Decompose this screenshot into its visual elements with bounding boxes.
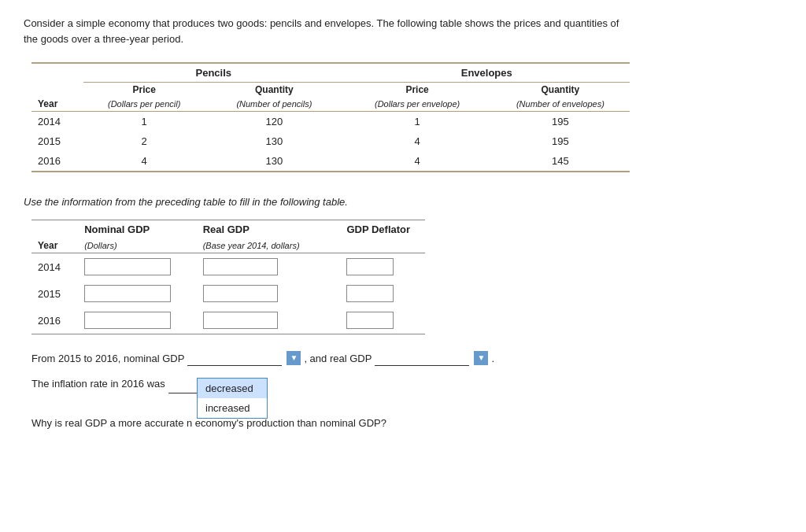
- pencil-price-cell: 2: [83, 131, 205, 151]
- table1-row: 2015 2 130 4 195: [31, 131, 630, 151]
- table2-row: 2014: [31, 253, 425, 281]
- env-qty-header: Quantity: [491, 83, 630, 98]
- pencil-qty-cell: 130: [205, 131, 343, 151]
- env-price-cell: 4: [343, 131, 490, 151]
- pencil-qty-cell: 130: [205, 151, 343, 172]
- gdp-year-cell: 2014: [31, 253, 78, 281]
- table2-row: 2016: [31, 307, 425, 334]
- prices-quantities-table: Pencils Envelopes Price Quantity Price Q…: [31, 62, 630, 172]
- env-qty-cell: 195: [491, 112, 630, 132]
- nominal-dropdown-underline: [187, 350, 282, 366]
- why-text-content: Why is real GDP a more accurate: [31, 417, 183, 429]
- sentence1-prefix: From 2015 to 2016, nominal GDP: [31, 353, 184, 364]
- nominal-sub: (Dollars): [78, 238, 197, 253]
- real-input[interactable]: [203, 312, 278, 329]
- deflator-input[interactable]: [346, 285, 394, 302]
- real-gdp-header: Real GDP: [197, 220, 341, 238]
- subheader-label-row: Year (Dollars per pencil) (Number of pen…: [31, 97, 630, 112]
- env-qty-cell: 145: [491, 151, 630, 172]
- real-input-cell: [197, 280, 341, 307]
- sentence1-end: .: [491, 353, 494, 364]
- real-input[interactable]: [203, 285, 278, 302]
- why-text: Why is real GDP a more accurate n econom…: [31, 417, 782, 429]
- real-input[interactable]: [203, 258, 278, 275]
- pencil-price-label: (Dollars per pencil): [83, 97, 205, 112]
- inflation-row: The inflation rate in 2016 was decreased…: [31, 378, 782, 393]
- instruction-text: Use the information from the preceding t…: [24, 196, 782, 208]
- pencil-qty-label: (Number of pencils): [205, 97, 343, 112]
- data-table-container: Pencils Envelopes Price Quantity Price Q…: [24, 62, 782, 172]
- pencil-price-header: Price: [83, 83, 205, 98]
- year-column-header: Year: [31, 97, 83, 112]
- nominal-gdp-header: Nominal GDP: [78, 220, 197, 238]
- real-input-cell: [197, 307, 341, 334]
- gdp-table: Nominal GDP Real GDP GDP Deflator Year (…: [31, 220, 425, 334]
- pencil-price-cell: 4: [83, 151, 205, 172]
- year-cell: 2015: [31, 131, 83, 151]
- gdp-subheader-row: Year (Dollars) (Base year 2014, dollars): [31, 238, 425, 253]
- nominal-input-cell: [78, 307, 197, 334]
- deflator-input-cell: [340, 280, 425, 307]
- gdp-header-row: Nominal GDP Real GDP GDP Deflator: [31, 220, 425, 238]
- real-input-cell: [197, 253, 341, 281]
- dropdown-option-increased[interactable]: increased: [198, 398, 267, 418]
- pencil-qty-header: Quantity: [205, 83, 343, 98]
- pencils-category: Pencils: [83, 64, 343, 83]
- envelopes-category: Envelopes: [343, 64, 630, 83]
- real-sub: (Base year 2014, dollars): [197, 238, 341, 253]
- table1-row: 2016 4 130 4 145: [31, 151, 630, 172]
- deflator-header: GDP Deflator: [340, 220, 425, 238]
- nominal-input-cell: [78, 253, 197, 281]
- env-qty-cell: 195: [491, 131, 630, 151]
- deflator-input-cell: [340, 307, 425, 334]
- nominal-input[interactable]: [84, 285, 171, 302]
- env-price-cell: 4: [343, 151, 490, 172]
- deflator-input[interactable]: [346, 258, 394, 275]
- intro-paragraph: Consider a simple economy that produces …: [24, 16, 622, 46]
- pencil-qty-cell: 120: [205, 112, 343, 132]
- table2-body: 2014 2015 2016: [31, 253, 425, 334]
- gdp-year-header: Year: [31, 238, 78, 253]
- env-qty-label: (Number of envelopes): [491, 97, 630, 112]
- gdp-year-cell: 2015: [31, 280, 78, 307]
- dropdown-option-decreased[interactable]: decreased: [198, 379, 267, 398]
- real-dropdown-underline: [375, 350, 469, 366]
- deflator-input[interactable]: [346, 312, 394, 329]
- year-cell: 2014: [31, 112, 83, 132]
- inflation-prefix: The inflation rate in 2016 was: [31, 378, 165, 390]
- env-price-header: Price: [343, 83, 490, 98]
- why-text-continuation: n economy's production than nominal GDP?: [187, 417, 386, 429]
- table2-row: 2015: [31, 280, 425, 307]
- env-price-cell: 1: [343, 112, 490, 132]
- table1-body: 2014 1 120 1 195 2015 2 130 4 195 2016 4…: [31, 112, 630, 172]
- nominal-input[interactable]: [84, 258, 171, 275]
- nominal-gdp-sentence: From 2015 to 2016, nominal GDP ▼ , and r…: [31, 350, 782, 366]
- nominal-input-cell: [78, 280, 197, 307]
- year-cell: 2016: [31, 151, 83, 172]
- pencil-price-cell: 1: [83, 112, 205, 132]
- table1-row: 2014 1 120 1 195: [31, 112, 630, 132]
- category-header-row: Pencils Envelopes: [31, 64, 630, 83]
- nominal-dropdown-arrow[interactable]: ▼: [287, 351, 301, 365]
- real-dropdown-arrow[interactable]: ▼: [474, 351, 488, 365]
- inflation-dropdown-menu[interactable]: decreased increased: [197, 378, 268, 419]
- gdp-year-cell: 2016: [31, 307, 78, 334]
- nominal-input[interactable]: [84, 312, 171, 329]
- sentence1-suffix: , and real GDP: [304, 353, 372, 364]
- deflator-input-cell: [340, 253, 425, 281]
- subheader-row: Price Quantity Price Quantity: [31, 83, 630, 98]
- env-price-label: (Dollars per envelope): [343, 97, 490, 112]
